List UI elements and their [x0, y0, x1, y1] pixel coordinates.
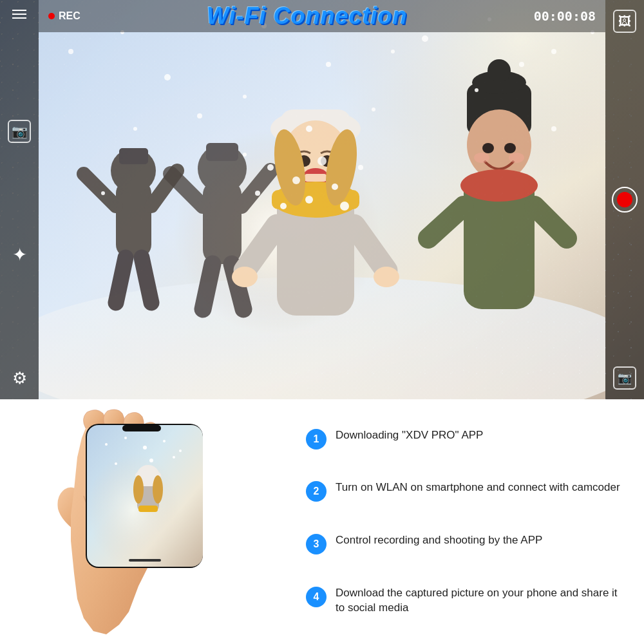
step-number-4: 4: [306, 587, 327, 607]
bottom-section: 1 Downloading "XDV PRO" APP 2 Turn on WL…: [0, 399, 644, 644]
svg-point-51: [422, 35, 428, 42]
svg-line-9: [116, 258, 126, 303]
svg-point-75: [340, 202, 349, 211]
phone-area: [0, 399, 290, 644]
svg-point-40: [504, 143, 516, 153]
rec-dot: [48, 13, 55, 19]
rec-label: REC: [59, 10, 80, 22]
step-number-2: 2: [306, 481, 327, 502]
svg-point-93: [153, 475, 163, 504]
svg-rect-13: [206, 143, 238, 161]
camera-icon-left[interactable]: 📷: [8, 120, 31, 143]
svg-point-57: [391, 50, 395, 53]
settings-icon[interactable]: ⚙: [8, 366, 31, 390]
svg-point-85: [179, 450, 182, 452]
brightness-icon[interactable]: ✦: [12, 244, 27, 265]
instruction-text-2: Turn on WLAN on smartphone and connect w…: [336, 480, 620, 495]
svg-point-69: [280, 203, 287, 209]
svg-point-56: [326, 62, 331, 67]
svg-rect-96: [129, 559, 161, 562]
svg-point-55: [243, 95, 247, 99]
svg-point-84: [163, 440, 166, 442]
svg-rect-6: [119, 148, 148, 164]
svg-point-73: [358, 165, 363, 170]
menu-icon[interactable]: [12, 10, 26, 19]
svg-rect-95: [122, 425, 161, 431]
svg-point-88: [173, 456, 175, 459]
instruction-item-2: 2 Turn on WLAN on smartphone and connect…: [306, 480, 628, 502]
svg-point-46: [68, 49, 73, 54]
svg-point-37: [488, 59, 511, 82]
instruction-item-4: 4 Download the captured picture on your …: [306, 585, 628, 616]
svg-point-65: [551, 126, 556, 131]
wifi-title: Wi-Fi Connection: [207, 3, 408, 30]
svg-point-59: [197, 113, 202, 118]
svg-line-16: [203, 264, 213, 309]
rec-indicator: REC: [48, 10, 80, 22]
svg-point-82: [124, 437, 127, 439]
step-number-1: 1: [306, 429, 327, 450]
svg-point-70: [305, 196, 313, 204]
svg-rect-94: [138, 506, 158, 512]
instruction-item-1: 1 Downloading "XDV PRO" APP: [306, 428, 628, 450]
gallery-icon[interactable]: 🖼: [613, 10, 636, 33]
svg-point-83: [143, 446, 147, 450]
scene-overlay: [0, 0, 644, 399]
record-button[interactable]: [612, 187, 638, 213]
instruction-item-3: 3 Control recording and shooting by the …: [306, 533, 628, 554]
svg-point-41: [474, 153, 489, 163]
instructions-area: 1 Downloading "XDV PRO" APP 2 Turn on WL…: [290, 399, 644, 644]
svg-point-58: [133, 127, 137, 131]
svg-point-64: [372, 108, 375, 111]
svg-point-87: [149, 459, 153, 462]
instruction-text-3: Control recording and shooting by the AP…: [336, 533, 542, 548]
camera-viewfinder: 📷 ✦ ⚙ 🖼 📷 REC Wi-Fi Connection 00:00:08: [0, 0, 644, 399]
svg-point-62: [101, 191, 105, 195]
timer: 00:00:08: [534, 8, 596, 24]
svg-point-42: [509, 153, 524, 163]
left-sidebar: 📷 ✦ ⚙: [0, 0, 39, 399]
svg-point-71: [255, 191, 260, 196]
svg-line-10: [142, 258, 151, 303]
svg-point-72: [332, 184, 338, 190]
svg-point-86: [115, 462, 117, 465]
step-number-3: 3: [306, 534, 327, 554]
svg-point-61: [519, 62, 524, 67]
camera-icon-right[interactable]: 📷: [613, 366, 636, 390]
top-bar: REC Wi-Fi Connection 00:00:08: [39, 0, 605, 32]
svg-rect-23: [304, 174, 327, 182]
svg-point-33: [374, 267, 399, 287]
svg-point-66: [292, 176, 300, 184]
svg-point-60: [475, 88, 478, 92]
svg-point-68: [317, 156, 327, 166]
svg-point-74: [243, 153, 247, 156]
svg-point-43: [460, 169, 538, 202]
instruction-text-1: Downloading "XDV PRO" APP: [336, 428, 483, 443]
svg-point-39: [482, 143, 494, 153]
svg-point-32: [232, 267, 258, 287]
instruction-text-4: Download the captured picture on your ph…: [336, 585, 628, 616]
svg-point-81: [105, 443, 108, 446]
svg-point-63: [306, 126, 312, 132]
svg-point-53: [551, 49, 556, 54]
right-sidebar: 🖼 📷: [605, 0, 644, 399]
svg-point-92: [133, 475, 144, 504]
svg-point-48: [164, 74, 171, 80]
svg-point-67: [267, 164, 274, 171]
